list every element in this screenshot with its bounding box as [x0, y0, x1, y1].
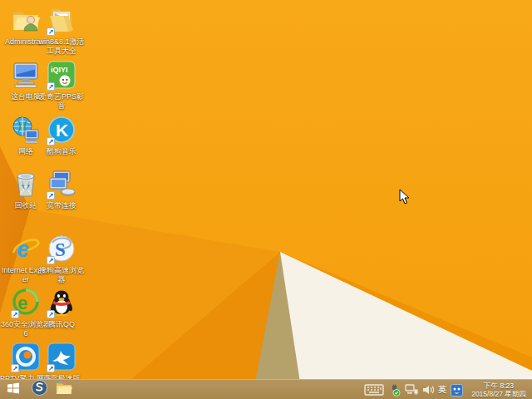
shortcut-arrow-icon: ↗ — [47, 27, 55, 36]
desktop-icon-sogou[interactable]: S ↗ 搜狗高速浏览器 — [36, 235, 87, 284]
shortcut-arrow-icon: ↗ — [47, 137, 55, 145]
start-button[interactable] — [0, 380, 27, 399]
taskbar: 英 下午 8:23 2015/8/27 星期四 — [0, 379, 532, 399]
clock-date: 2015/8/27 星期四 — [467, 390, 530, 398]
clock-time: 下午 8:23 — [467, 382, 530, 390]
icon-label: 酷狗音乐 — [47, 147, 76, 156]
icon-label: 爱奇艺PPS影音 — [36, 92, 87, 111]
icon-label: 腾讯QQ — [48, 320, 75, 329]
desktop-icon-iqiyi[interactable]: iQIYI ↗ 爱奇艺PPS影音 — [36, 62, 87, 111]
touch-keyboard-icon[interactable] — [364, 384, 384, 396]
taskbar-item-file-explorer[interactable] — [52, 380, 76, 399]
safely-remove-hardware-icon[interactable] — [388, 384, 401, 397]
desktop-icon-broadband[interactable]: ↗ 宽带连接 — [36, 170, 87, 210]
iqiyi-wordmark: iQIYI — [51, 66, 68, 74]
system-tray: 英 下午 8:23 2015/8/27 星期四 — [364, 380, 530, 399]
windows8-desktop: Administra... 这台电脑 — [0, 0, 532, 399]
shortcut-arrow-icon: ↗ — [47, 310, 55, 318]
desktop-icon-kugou[interactable]: K ↗ 酷狗音乐 — [36, 116, 87, 156]
icon-label: 回收站 — [15, 201, 37, 210]
icon-label: 宽带连接 — [47, 201, 76, 210]
taskbar-item-sogou-browser[interactable] — [27, 380, 52, 399]
kugou-letter: K — [56, 121, 68, 140]
shortcut-arrow-icon: ↗ — [47, 256, 55, 264]
desktop-icon-win8-activation-folder[interactable]: ↗ win8&8.1激活工具大全 — [36, 7, 87, 56]
icon-label: win8&8.1激活工具大全 — [36, 37, 87, 56]
volume-icon[interactable] — [422, 384, 434, 396]
sogou-taskbar-icon — [32, 380, 47, 399]
shortcut-arrow-icon: ↗ — [47, 191, 55, 200]
blue-app-tray-icon[interactable] — [451, 384, 463, 397]
shortcut-arrow-icon: ↗ — [47, 82, 55, 91]
mouse-cursor — [399, 189, 410, 204]
icon-label: 网络 — [18, 147, 33, 156]
desktop-icon-xunlei[interactable]: ↗ 迅雷极速版 — [36, 343, 87, 383]
shortcut-arrow-icon: ↗ — [11, 310, 19, 318]
shortcut-arrow-icon: ↗ — [11, 364, 19, 372]
windows-logo-icon — [7, 382, 20, 398]
shortcut-arrow-icon: ↗ — [47, 364, 55, 372]
network-status-icon[interactable] — [405, 384, 418, 396]
file-explorer-icon — [56, 382, 72, 398]
ime-language-indicator[interactable]: 英 — [438, 384, 446, 396]
desktop-icon-qq[interactable]: ↗ 腾讯QQ — [36, 289, 87, 329]
taskbar-clock[interactable]: 下午 8:23 2015/8/27 星期四 — [467, 382, 530, 398]
icon-label: 搜狗高速浏览器 — [36, 266, 87, 284]
sogou-letter: S — [55, 239, 66, 260]
